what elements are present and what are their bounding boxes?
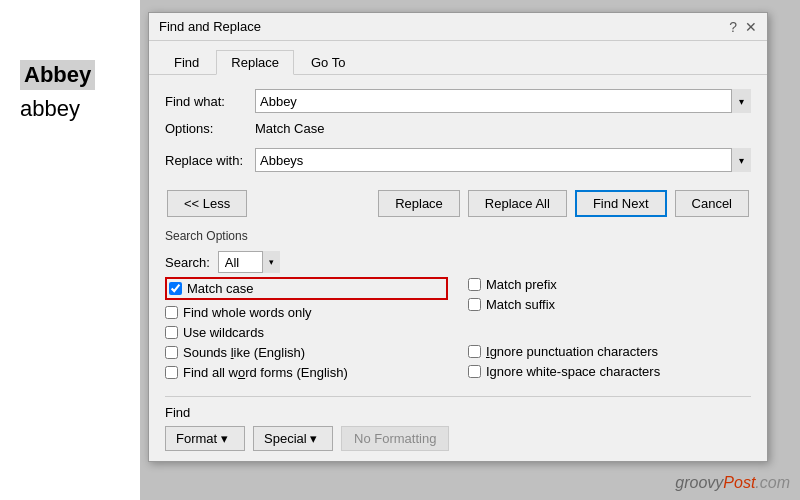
dialog-titlebar: Find and Replace ? ✕ [149,13,767,41]
less-button[interactable]: << Less [167,190,247,217]
watermark-domain: .com [755,474,790,491]
watermark: groovyPost.com [675,474,790,492]
watermark-groovy: groovy [675,474,723,491]
sounds-like-label[interactable]: Sounds like (English) [183,345,305,360]
find-what-label: Find what: [165,94,255,109]
replace-button[interactable]: Replace [378,190,460,217]
tab-goto[interactable]: Go To [296,50,360,75]
find-next-button[interactable]: Find Next [575,190,667,217]
cancel-button[interactable]: Cancel [675,190,749,217]
match-suffix-item: Match suffix [468,297,751,312]
word-forms-checkbox[interactable] [165,366,178,379]
dialog-control-buttons: ? ✕ [729,20,757,34]
match-suffix-label[interactable]: Match suffix [486,297,555,312]
find-buttons: Format ▾ Special ▾ No Formatting [165,426,751,451]
find-what-dropdown[interactable]: ▾ [731,89,751,113]
replace-with-row: Replace with: ▾ [165,148,751,172]
whole-words-item: Find whole words only [165,305,448,320]
replace-all-button[interactable]: Replace All [468,190,567,217]
ignore-whitespace-item: Ignore white-space characters [468,364,751,379]
options-value: Match Case [255,121,324,136]
whole-words-checkbox[interactable] [165,306,178,319]
dialog-body: Find what: ▾ Options: Match Case Replace… [149,75,767,461]
help-button[interactable]: ? [729,20,737,34]
abbey-highlighted: Abbey [20,60,95,90]
word-forms-item: Find all word forms (English) [165,365,448,380]
sounds-like-item: Sounds like (English) [165,345,448,360]
find-section: Find Format ▾ Special ▾ No Formatting [165,396,751,451]
checkboxes-left: Match case Find whole words only Use wil… [165,277,448,380]
ignore-whitespace-checkbox[interactable] [468,365,481,378]
whole-words-label[interactable]: Find whole words only [183,305,312,320]
ignore-punct-checkbox[interactable] [468,345,481,358]
replace-with-dropdown[interactable]: ▾ [731,148,751,172]
match-case-item: Match case [165,277,448,300]
search-row: Search: All Down Up ▾ [165,251,751,273]
special-button[interactable]: Special ▾ [253,426,333,451]
find-replace-dialog: Find and Replace ? ✕ Find Replace Go To … [148,12,768,462]
special-label: Special ▾ [264,431,317,446]
match-case-checkbox[interactable] [169,282,182,295]
format-button[interactable]: Format ▾ [165,426,245,451]
checkboxes-container: Match case Find whole words only Use wil… [165,277,751,380]
wildcards-item: Use wildcards [165,325,448,340]
search-label: Search: [165,255,210,270]
find-section-label: Find [165,405,751,420]
no-formatting-button: No Formatting [341,426,449,451]
format-label: Format ▾ [176,431,228,446]
word-forms-label[interactable]: Find all word forms (English) [183,365,348,380]
ignore-punct-label[interactable]: Ignore punctuation characters [486,344,658,359]
options-label: Options: [165,121,255,136]
replace-with-label: Replace with: [165,153,255,168]
ignore-whitespace-label[interactable]: Ignore white-space characters [486,364,660,379]
search-select-wrap: All Down Up ▾ [218,251,280,273]
match-prefix-label[interactable]: Match prefix [486,277,557,292]
options-row: Options: Match Case [165,121,751,136]
match-suffix-checkbox[interactable] [468,298,481,311]
search-options-label: Search Options [165,229,751,243]
replace-with-input-wrap: ▾ [255,148,751,172]
dialog-tabs: Find Replace Go To [149,41,767,75]
checkboxes-right: Match prefix Match suffix Ignore punctua… [468,277,751,380]
find-what-row: Find what: ▾ [165,89,751,113]
sounds-like-checkbox[interactable] [165,346,178,359]
ignore-punct-item: Ignore punctuation characters [468,344,751,359]
close-button[interactable]: ✕ [745,20,757,34]
wildcards-checkbox[interactable] [165,326,178,339]
dialog-title: Find and Replace [159,19,261,34]
search-select[interactable]: All Down Up [218,251,280,273]
wildcards-label[interactable]: Use wildcards [183,325,264,340]
find-what-input-wrap: ▾ [255,89,751,113]
find-what-input[interactable] [255,89,751,113]
match-prefix-item: Match prefix [468,277,751,292]
action-buttons: << Less Replace Replace All Find Next Ca… [165,190,751,217]
match-prefix-checkbox[interactable] [468,278,481,291]
background-text-area: Abbey abbey [0,0,140,500]
match-case-label[interactable]: Match case [187,281,253,296]
watermark-post: Post [723,474,755,491]
tab-find[interactable]: Find [159,50,214,75]
tab-replace[interactable]: Replace [216,50,294,75]
abbey-plain: abbey [20,96,80,122]
replace-with-input[interactable] [255,148,751,172]
